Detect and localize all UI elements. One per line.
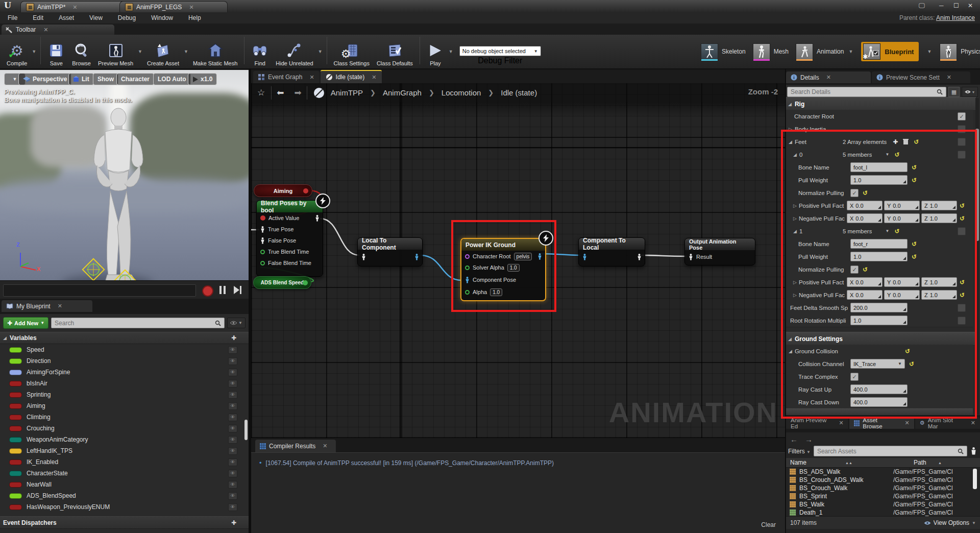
variable-row[interactable]: Direction👁 xyxy=(0,355,249,367)
compiler-results-tab[interactable]: Compiler Results ✕ xyxy=(255,440,336,452)
variable-row[interactable]: Speed👁 xyxy=(0,344,249,355)
variable-row[interactable]: Aiming👁 xyxy=(0,400,249,411)
mode-animation-button[interactable]: Animation ▼ xyxy=(796,43,854,60)
column-header-name[interactable]: Name xyxy=(790,459,806,466)
variable-row[interactable]: LeftHandIK_TPS👁 xyxy=(0,445,249,456)
asset-row[interactable]: BS_Crouch_ADS_Walk/Game/FPS_Game/Cl xyxy=(785,476,980,484)
pause-button[interactable] xyxy=(219,286,227,294)
details-search-input[interactable]: Search Details xyxy=(787,87,946,97)
browse-button[interactable]: Browse xyxy=(68,35,94,67)
property-matrix-button[interactable]: ▦ xyxy=(948,87,960,97)
step-forward-button[interactable] xyxy=(234,286,242,296)
timeline-scrubber[interactable] xyxy=(3,284,196,297)
close-window-icon[interactable]: ✕ xyxy=(968,2,973,9)
event-dispatchers-header[interactable]: Event Dispatchers ✚ xyxy=(0,516,249,529)
record-button[interactable] xyxy=(202,285,213,297)
watch-icon[interactable]: 👁 xyxy=(228,481,237,489)
monitor-icon[interactable]: 🖵 xyxy=(919,2,925,9)
maximize-icon[interactable]: ☐ xyxy=(953,2,959,9)
asset-row[interactable]: BS_Walk/Game/FPS_Game/Cl xyxy=(785,500,980,508)
node-component-to-local[interactable]: Component To Local xyxy=(578,237,645,266)
component-pose-output-pin[interactable] xyxy=(414,254,419,260)
close-icon[interactable]: ✕ xyxy=(72,4,77,11)
watch-icon[interactable]: 👁 xyxy=(228,380,237,387)
chevron-down-icon[interactable]: ▼ xyxy=(848,49,853,54)
breadcrumb-animgraph[interactable]: AnimGraph xyxy=(383,88,422,97)
variable-row[interactable]: HasWeapon_PreviouslyENUM👁 xyxy=(0,501,249,513)
character-button[interactable]: Character xyxy=(116,73,154,85)
category-rig[interactable]: ◢Rig xyxy=(785,97,976,111)
watch-icon[interactable]: 👁 xyxy=(228,447,237,455)
pose-output-pin[interactable] xyxy=(315,215,320,222)
watch-icon[interactable]: 👁 xyxy=(228,369,237,376)
watch-icon[interactable]: 👁 xyxy=(228,458,237,466)
node-output-animation-pose[interactable]: Output Animation Pose Result xyxy=(684,238,755,265)
variable-row[interactable]: NearWall👁 xyxy=(0,479,249,490)
variable-row[interactable]: Climbing👁 xyxy=(0,411,249,423)
watch-icon[interactable]: 👁 xyxy=(228,425,237,432)
menu-file[interactable]: File xyxy=(0,14,25,21)
close-icon[interactable]: ✕ xyxy=(947,74,951,81)
lod-auto-button[interactable]: LOD Auto xyxy=(153,73,191,85)
history-back-icon[interactable]: ← xyxy=(790,435,798,444)
forward-arrow-icon[interactable]: ➡ xyxy=(295,87,302,98)
menu-edit[interactable]: Edit xyxy=(25,14,51,21)
watch-icon[interactable]: 👁 xyxy=(228,503,237,511)
variables-section-header[interactable]: ◢ Variables ✚ xyxy=(0,332,249,344)
perspective-button[interactable]: Perspective xyxy=(18,73,71,85)
bookmark-star-icon[interactable]: ☆ xyxy=(257,87,265,98)
visibility-filter-button[interactable]: ▼ xyxy=(227,318,246,328)
close-icon[interactable]: ✕ xyxy=(826,74,831,81)
my-blueprint-tab[interactable]: My Blueprint ✕ xyxy=(2,300,92,312)
asset-row[interactable]: Death_1/Game/FPS_Game/Cl xyxy=(785,508,980,517)
view-options-button[interactable]: View Options ▼ xyxy=(924,519,976,526)
close-icon[interactable]: ✕ xyxy=(905,420,910,426)
debug-object-select[interactable]: No debug object selected ▼ xyxy=(459,46,541,56)
mode-mesh-button[interactable]: Mesh xyxy=(753,43,789,60)
hide-unrelated-button[interactable]: Hide Unrelated xyxy=(272,35,316,67)
asset-row[interactable]: BS_ADS_Walk/Game/FPS_Game/Cl xyxy=(785,468,980,476)
minimize-icon[interactable]: ─ xyxy=(939,2,944,9)
tab-event-graph[interactable]: Event Graph ✕ xyxy=(253,71,320,83)
menu-view[interactable]: View xyxy=(82,14,110,21)
variable-row[interactable]: WeaponAnimCategory👁 xyxy=(0,434,249,445)
class-settings-button[interactable]: ⚙ Class Settings xyxy=(330,35,373,67)
variable-row[interactable]: Sprinting👁 xyxy=(0,389,249,400)
asset-row[interactable]: BS_Crouch_Walk/Game/FPS_Game/Cl xyxy=(785,484,980,492)
lit-button[interactable]: Lit xyxy=(68,73,94,85)
watch-icon[interactable]: 👁 xyxy=(228,414,237,421)
variable-row[interactable]: AimingForSpine👁 xyxy=(0,367,249,378)
chevron-down-icon[interactable]: ▼ xyxy=(927,49,932,54)
watch-icon[interactable]: 👁 xyxy=(228,391,237,399)
chevron-down-icon[interactable]: ▼ xyxy=(32,49,36,54)
create-asset-button[interactable]: Create Asset xyxy=(143,35,183,67)
make-static-mesh-button[interactable]: Make Static Mesh xyxy=(189,35,241,67)
breadcrumb-animtpp[interactable]: AnimTPP xyxy=(331,88,363,97)
close-icon[interactable]: ✕ xyxy=(323,443,327,449)
variable-row[interactable]: bIsInAir👁 xyxy=(0,378,249,389)
clear-button[interactable]: Clear xyxy=(761,521,776,528)
save-button[interactable]: Save xyxy=(44,35,68,67)
breadcrumb-idle-state[interactable]: Idle (state) xyxy=(501,88,537,97)
asset-search-input[interactable]: Search Assets xyxy=(814,446,967,456)
node-aiming-getter[interactable]: Aiming xyxy=(254,184,312,197)
watch-icon[interactable]: 👁 xyxy=(228,346,237,354)
my-blueprint-search-input[interactable]: Search xyxy=(51,318,225,328)
class-defaults-button[interactable]: Class Defaults xyxy=(373,35,416,67)
chevron-down-icon[interactable]: ▼ xyxy=(318,49,323,54)
mode-blueprint-button[interactable]: ✱ Blueprint xyxy=(861,42,919,61)
toolbar-tab[interactable]: Toolbar ✕ xyxy=(2,25,114,35)
find-button[interactable]: Find xyxy=(248,35,272,67)
graph-canvas[interactable]: ANIMATION Aiming Blend Poses by bool Act… xyxy=(251,83,785,438)
pose-input-pin[interactable] xyxy=(260,226,265,233)
chevron-down-icon[interactable]: ▼ xyxy=(138,49,142,54)
scrollbar-thumb[interactable] xyxy=(973,469,977,489)
mode-physics-button[interactable]: Physics xyxy=(940,43,980,60)
float-output-pin[interactable] xyxy=(303,280,308,285)
anim-slot-manager-tab[interactable]: ⚙ Anim Slot Mar✕ xyxy=(915,417,980,429)
pose-output-pin[interactable] xyxy=(637,254,642,260)
doc-tab-animtpp[interactable]: ▦ AnimTPP* ✕ xyxy=(20,1,129,13)
variable-row[interactable]: IK_Enabled👁 xyxy=(0,456,249,468)
details-tab[interactable]: i Details ✕ xyxy=(786,71,871,83)
preview-mesh-button[interactable]: Preview Mesh xyxy=(94,35,137,67)
